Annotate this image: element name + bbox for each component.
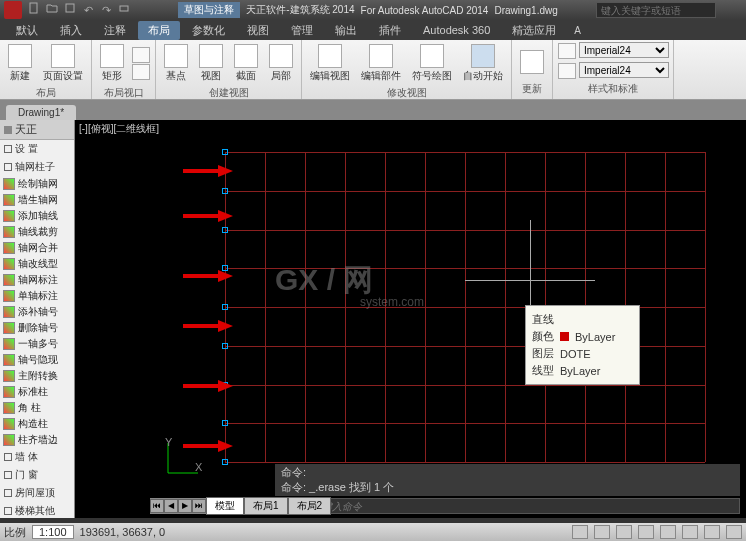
layout-tab-model[interactable]: 模型 bbox=[206, 497, 244, 515]
tab-a360[interactable]: Autodesk 360 bbox=[413, 22, 500, 38]
detail-button[interactable]: 局部 bbox=[265, 42, 297, 85]
sidebar-section[interactable]: 房间屋顶 bbox=[0, 484, 74, 502]
status-btn[interactable] bbox=[726, 525, 742, 539]
file-tab[interactable]: Drawing1* bbox=[6, 105, 76, 120]
layout-next-icon[interactable]: ▶ bbox=[178, 499, 192, 513]
sidebar-section[interactable]: 设 置 bbox=[0, 140, 74, 158]
sidebar-item[interactable]: 轴改线型 bbox=[0, 256, 74, 272]
tt-key: 颜色 bbox=[532, 329, 554, 344]
grip-icon[interactable] bbox=[222, 227, 228, 233]
sidebar-item[interactable]: 单轴标注 bbox=[0, 288, 74, 304]
qat-save-icon[interactable] bbox=[62, 2, 78, 18]
sidebar-item[interactable]: 标准柱 bbox=[0, 384, 74, 400]
tab-extra[interactable]: A bbox=[568, 24, 587, 37]
drawing-canvas[interactable]: [-][俯视][二维线框] GX / 网 system.com 直线 颜色ByL… bbox=[75, 120, 746, 518]
sidebar-section[interactable]: 轴网柱子 bbox=[0, 158, 74, 176]
layout-prev-icon[interactable]: ◀ bbox=[164, 499, 178, 513]
auto-start-button[interactable]: 自动开始 bbox=[459, 42, 507, 85]
svg-rect-0 bbox=[30, 3, 37, 13]
grip-icon[interactable] bbox=[222, 459, 228, 465]
qat-new-icon[interactable] bbox=[26, 2, 42, 18]
sidebar-item[interactable]: 角 柱 bbox=[0, 400, 74, 416]
sidebar-item[interactable]: 一轴多号 bbox=[0, 336, 74, 352]
grip-icon[interactable] bbox=[222, 343, 228, 349]
scale-value[interactable]: 1:100 bbox=[32, 525, 74, 539]
proj-view-button[interactable]: 视图 bbox=[195, 42, 227, 85]
status-btn[interactable] bbox=[638, 525, 654, 539]
scale-label: 比例 bbox=[4, 525, 26, 540]
tab-view[interactable]: 视图 bbox=[237, 21, 279, 40]
grip-icon[interactable] bbox=[222, 420, 228, 426]
edit-comp-button[interactable]: 编辑部件 bbox=[357, 42, 405, 85]
rect-vp-button[interactable]: 矩形 bbox=[96, 42, 128, 85]
layout-last-icon[interactable]: ⏭ bbox=[192, 499, 206, 513]
page-setup-button[interactable]: 页面设置 bbox=[39, 42, 87, 85]
section-button[interactable]: 截面 bbox=[230, 42, 262, 85]
layout-tab-2[interactable]: 布局2 bbox=[288, 497, 332, 515]
sidebar-section[interactable]: 墙 体 bbox=[0, 448, 74, 466]
sidebar-item[interactable]: 轴号隐现 bbox=[0, 352, 74, 368]
sidebar-item[interactable]: 轴网合并 bbox=[0, 240, 74, 256]
tab-insert[interactable]: 插入 bbox=[50, 21, 92, 40]
obj-vp-button[interactable] bbox=[132, 64, 150, 80]
status-btn[interactable] bbox=[616, 525, 632, 539]
status-btn[interactable] bbox=[660, 525, 676, 539]
workspace-label[interactable]: 草图与注释 bbox=[178, 2, 240, 18]
sidebar-item[interactable]: 绘制轴网 bbox=[0, 176, 74, 192]
qat-redo-icon[interactable]: ↷ bbox=[98, 2, 114, 18]
tab-manage[interactable]: 管理 bbox=[281, 21, 323, 40]
base-view-button[interactable]: 基点 bbox=[160, 42, 192, 85]
ucs-icon[interactable]: XY bbox=[163, 438, 203, 478]
tianzheng-sidebar: 天正 设 置轴网柱子绘制轴网墙生轴网添加轴线轴线裁剪轴网合并轴改线型轴网标注单轴… bbox=[0, 120, 75, 518]
symbol-button[interactable]: 符号绘图 bbox=[408, 42, 456, 85]
tab-output[interactable]: 输出 bbox=[325, 21, 367, 40]
command-input[interactable] bbox=[322, 501, 735, 512]
style-select-1[interactable]: Imperial24 bbox=[579, 42, 669, 58]
sidebar-item[interactable]: 主附转换 bbox=[0, 368, 74, 384]
tab-layout[interactable]: 布局 bbox=[138, 21, 180, 40]
sidebar-title[interactable]: 天正 bbox=[0, 120, 74, 140]
tab-annotate[interactable]: 注释 bbox=[94, 21, 136, 40]
app-icon[interactable] bbox=[4, 1, 22, 19]
tab-default[interactable]: 默认 bbox=[6, 21, 48, 40]
grip-icon[interactable] bbox=[222, 304, 228, 310]
ribbon-group-styles: Imperial24 Imperial24 样式和标准 bbox=[553, 40, 674, 99]
grip-icon[interactable] bbox=[222, 149, 228, 155]
qat-print-icon[interactable] bbox=[116, 2, 132, 18]
style-select-2[interactable]: Imperial24 bbox=[579, 62, 669, 78]
edit-view-button[interactable]: 编辑视图 bbox=[306, 42, 354, 85]
grip-icon[interactable] bbox=[222, 188, 228, 194]
svg-text:X: X bbox=[195, 461, 203, 473]
status-btn[interactable] bbox=[682, 525, 698, 539]
ribbon-group-label: 更新 bbox=[516, 81, 548, 97]
tab-parametric[interactable]: 参数化 bbox=[182, 21, 235, 40]
sidebar-section[interactable]: 门 窗 bbox=[0, 466, 74, 484]
status-btn[interactable] bbox=[594, 525, 610, 539]
sidebar-item[interactable]: 添补轴号 bbox=[0, 304, 74, 320]
tt-key: 图层 bbox=[532, 346, 554, 361]
style2-icon[interactable] bbox=[558, 63, 576, 79]
tab-featured[interactable]: 精选应用 bbox=[502, 21, 566, 40]
help-search-input[interactable] bbox=[596, 2, 716, 18]
qat-open-icon[interactable] bbox=[44, 2, 60, 18]
layout-first-icon[interactable]: ⏮ bbox=[150, 499, 164, 513]
qat-undo-icon[interactable]: ↶ bbox=[80, 2, 96, 18]
sidebar-item[interactable]: 删除轴号 bbox=[0, 320, 74, 336]
layout-tab-bar: ⏮ ◀ ▶ ⏭ 模型 布局1 布局2 bbox=[150, 498, 331, 514]
update-button[interactable] bbox=[516, 48, 548, 76]
draw-vp-button[interactable] bbox=[132, 47, 150, 63]
new-layout-button[interactable]: 新建 bbox=[4, 42, 36, 85]
status-btn[interactable] bbox=[704, 525, 720, 539]
tab-plugins[interactable]: 插件 bbox=[369, 21, 411, 40]
layout-tab-1[interactable]: 布局1 bbox=[244, 497, 288, 515]
sidebar-item[interactable]: 柱齐墙边 bbox=[0, 432, 74, 448]
viewport-label[interactable]: [-][俯视][二维线框] bbox=[79, 122, 159, 136]
style1-icon[interactable] bbox=[558, 43, 576, 59]
sidebar-item[interactable]: 轴网标注 bbox=[0, 272, 74, 288]
sidebar-item[interactable]: 轴线裁剪 bbox=[0, 224, 74, 240]
status-btn[interactable] bbox=[572, 525, 588, 539]
sidebar-section[interactable]: 楼梯其他 bbox=[0, 502, 74, 518]
sidebar-item[interactable]: 构造柱 bbox=[0, 416, 74, 432]
sidebar-item[interactable]: 墙生轴网 bbox=[0, 192, 74, 208]
sidebar-item[interactable]: 添加轴线 bbox=[0, 208, 74, 224]
